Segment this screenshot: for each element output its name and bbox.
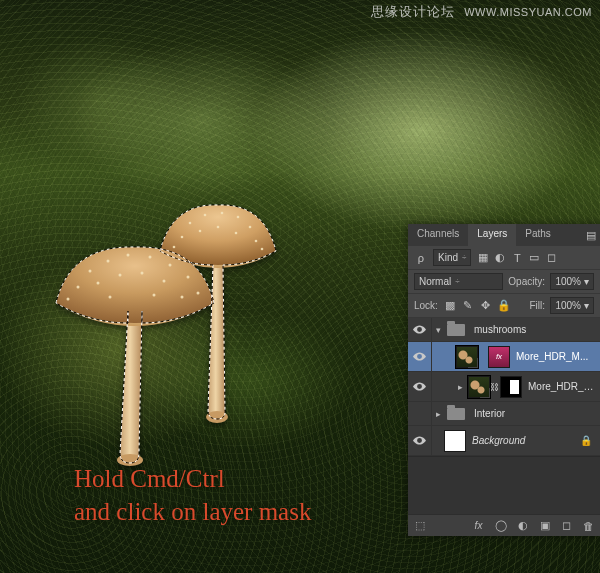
group-mushrooms[interactable]: ▾ mushrooms <box>408 318 600 342</box>
mask-link-icon[interactable]: ⛓ <box>490 382 498 392</box>
svg-point-18 <box>255 240 258 243</box>
svg-point-36 <box>169 264 172 267</box>
layer-name: More_HDR_M... <box>528 381 596 392</box>
svg-point-19 <box>173 246 176 249</box>
svg-point-9 <box>189 222 192 225</box>
filter-mask-thumb[interactable] <box>488 346 510 368</box>
svg-point-16 <box>217 226 220 229</box>
lock-label: Lock: <box>414 300 438 311</box>
new-group-icon[interactable]: ▣ <box>538 519 551 533</box>
svg-point-10 <box>204 214 207 217</box>
svg-point-39 <box>97 282 100 285</box>
layer-name: Background <box>472 435 576 446</box>
layer-hdr-2[interactable]: ▸ ⛓ More_HDR_M... <box>408 372 600 402</box>
svg-point-42 <box>163 280 166 283</box>
delete-icon[interactable]: 🗑 <box>582 519 595 533</box>
mushroom-selection <box>50 205 280 465</box>
fill-label: Fill: <box>529 300 545 311</box>
svg-point-46 <box>153 294 156 297</box>
instruction-line1: Hold Cmd/Ctrl <box>74 462 311 495</box>
tree-empty-area <box>408 456 600 514</box>
watermark-url: WWW.MISSYUAN.COM <box>464 6 592 18</box>
group-name: mushrooms <box>474 324 596 335</box>
svg-point-11 <box>221 212 224 215</box>
layer-thumb[interactable] <box>456 346 478 368</box>
panel-footer: ⬚ fx ◯ ◐ ▣ ◻ 🗑 <box>408 514 600 536</box>
adjustment-icon[interactable]: ◐ <box>516 519 529 533</box>
svg-point-47 <box>181 296 184 299</box>
svg-point-43 <box>197 292 200 295</box>
svg-point-45 <box>109 296 112 299</box>
visibility-toggle[interactable] <box>408 372 432 401</box>
new-layer-icon[interactable]: ◻ <box>560 519 573 533</box>
mask-icon[interactable]: ◯ <box>494 519 507 533</box>
tab-paths[interactable]: Paths <box>516 224 560 246</box>
filter-pixel-icon[interactable]: ▦ <box>476 251 490 265</box>
svg-point-44 <box>67 298 70 301</box>
lock-row: Lock: ▩ ✎ ✥ 🔒 Fill: 100%▾ <box>408 294 600 318</box>
fill-value: 100% <box>555 300 581 311</box>
visibility-toggle[interactable] <box>408 402 432 425</box>
group-interior[interactable]: ▸ Interior <box>408 402 600 426</box>
filter-kind-select[interactable]: Kind÷ <box>433 249 471 266</box>
folder-icon <box>447 408 465 420</box>
chevron-down-icon: ▾ <box>584 276 589 287</box>
opacity-input[interactable]: 100%▾ <box>550 273 594 290</box>
lock-icon[interactable]: 🔒 <box>576 435 596 446</box>
link-layers-icon[interactable]: ⬚ <box>413 519 426 533</box>
instruction-line2: and click on layer mask <box>74 495 311 528</box>
svg-point-12 <box>237 216 240 219</box>
svg-point-14 <box>181 236 184 239</box>
watermark-cn: 思缘设计论坛 <box>371 4 455 19</box>
filter-shape-icon[interactable]: ▭ <box>527 251 541 265</box>
visibility-toggle[interactable] <box>408 318 432 341</box>
svg-point-37 <box>187 276 190 279</box>
visibility-toggle[interactable] <box>408 342 432 371</box>
layer-hdr-1[interactable]: More_HDR_M... <box>408 342 600 372</box>
group-name: Interior <box>474 408 596 419</box>
filter-adjust-icon[interactable]: ◐ <box>493 251 507 265</box>
layer-thumb[interactable] <box>468 376 490 398</box>
chevron-down-icon: ▾ <box>584 300 589 311</box>
opacity-label: Opacity: <box>508 276 545 287</box>
fill-input[interactable]: 100%▾ <box>550 297 594 314</box>
svg-point-20 <box>261 248 264 251</box>
tab-channels[interactable]: Channels <box>408 224 468 246</box>
lock-paint-icon[interactable]: ✎ <box>461 299 475 313</box>
lock-transparent-icon[interactable]: ▩ <box>443 299 457 313</box>
svg-point-15 <box>199 230 202 233</box>
filter-icons: ▦ ◐ T ▭ ◻ <box>476 251 558 265</box>
expand-icon[interactable]: ▾ <box>432 325 444 335</box>
layer-name: More_HDR_M... <box>516 351 596 362</box>
panel-menu-icon[interactable]: ▤ <box>582 224 600 246</box>
expand-icon[interactable]: ▸ <box>454 382 466 392</box>
blend-row: Normal÷ Opacity: 100%▾ <box>408 270 600 294</box>
panel-tabs: Channels Layers Paths ▤ <box>408 224 600 246</box>
svg-point-34 <box>127 254 130 257</box>
lock-position-icon[interactable]: ✥ <box>479 299 493 313</box>
layer-background[interactable]: Background 🔒 <box>408 426 600 456</box>
layer-thumb[interactable] <box>444 430 466 452</box>
blend-mode-select[interactable]: Normal÷ <box>414 273 503 290</box>
layer-tree: ▾ mushrooms More_HDR_M... ▸ ⛓ More_HDR_M… <box>408 318 600 514</box>
tab-layers[interactable]: Layers <box>468 224 516 246</box>
watermark: 思缘设计论坛 WWW.MISSYUAN.COM <box>371 3 592 21</box>
filter-type-icon[interactable]: ρ <box>414 251 428 265</box>
svg-point-33 <box>107 260 110 263</box>
filter-smart-icon[interactable]: ◻ <box>544 251 558 265</box>
svg-point-41 <box>141 272 144 275</box>
visibility-toggle[interactable] <box>408 426 432 455</box>
svg-point-32 <box>89 270 92 273</box>
filter-kind-label: Kind <box>438 252 458 263</box>
layer-mask-thumb[interactable] <box>500 376 522 398</box>
instruction-text: Hold Cmd/Ctrl and click on layer mask <box>74 462 311 528</box>
svg-point-40 <box>119 274 122 277</box>
svg-point-35 <box>149 256 152 259</box>
filter-row: ρ Kind÷ ▦ ◐ T ▭ ◻ <box>408 246 600 270</box>
svg-point-17 <box>235 232 238 235</box>
svg-point-13 <box>249 226 252 229</box>
expand-icon[interactable]: ▸ <box>432 409 444 419</box>
fx-icon[interactable]: fx <box>472 519 485 533</box>
lock-all-icon[interactable]: 🔒 <box>497 299 511 313</box>
filter-type-t-icon[interactable]: T <box>510 251 524 265</box>
